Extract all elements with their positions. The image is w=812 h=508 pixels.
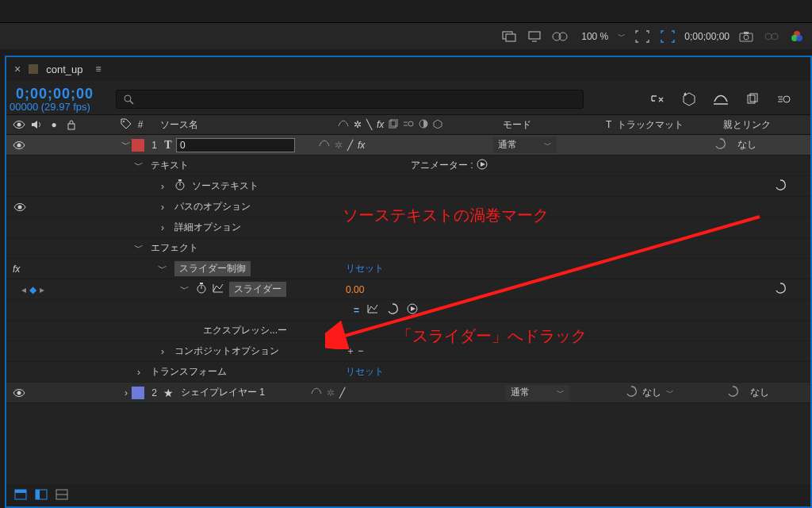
snapshot-icon[interactable] bbox=[737, 28, 755, 45]
keyframe-diamond-icon[interactable]: ◆ bbox=[29, 284, 36, 295]
twirl-transform[interactable]: › bbox=[133, 367, 144, 378]
layer1-label-color[interactable] bbox=[132, 139, 144, 152]
monitor-icon[interactable] bbox=[526, 28, 543, 45]
source-name-column[interactable]: ソース名 bbox=[155, 118, 338, 132]
twirl-srctxt[interactable]: › bbox=[157, 181, 168, 192]
layer2-twirl[interactable]: › bbox=[121, 387, 132, 398]
graph-editor-toggle-icon[interactable] bbox=[213, 283, 224, 295]
expression-pickwhip-icon[interactable] bbox=[386, 302, 399, 318]
motion-blur-icon[interactable] bbox=[776, 90, 793, 108]
twirl-compopt[interactable]: › bbox=[157, 346, 168, 357]
prop-source-text[interactable]: ›ソーステキスト bbox=[6, 176, 810, 197]
stopwatch-srctxt-icon[interactable] bbox=[174, 179, 186, 193]
label-column-icon[interactable] bbox=[121, 118, 132, 132]
toggle-modes-icon[interactable] bbox=[35, 489, 48, 502]
layer2-video-toggle[interactable] bbox=[13, 387, 25, 399]
twirl-fx[interactable]: ﹀ bbox=[133, 241, 144, 255]
toggle-switches-icon[interactable] bbox=[14, 489, 27, 502]
timeline-search-input[interactable] bbox=[116, 90, 584, 109]
layer2-label-color[interactable] bbox=[132, 387, 144, 399]
audio-column-icon[interactable] bbox=[30, 118, 43, 131]
prop-comp-options[interactable]: ›コンポジットオプション ＋ − bbox=[6, 341, 810, 362]
draft3d-icon[interactable] bbox=[680, 90, 698, 108]
expression-lang-menu-icon[interactable] bbox=[407, 303, 418, 317]
layer1-name-input[interactable] bbox=[176, 138, 295, 152]
timeline-footer bbox=[6, 484, 810, 506]
layer1-pickwhip-icon[interactable] bbox=[714, 137, 726, 152]
animator-label: アニメーター : bbox=[411, 159, 473, 172]
panel-menu-icon[interactable]: ≡ bbox=[95, 64, 101, 75]
transparency-grid-icon[interactable] bbox=[659, 28, 676, 45]
slider-value[interactable]: 0.00 bbox=[346, 284, 364, 295]
prop-expression-line[interactable]: エクスプレッシ...ー bbox=[6, 321, 810, 341]
preview-time-value: 0;00;00;00 bbox=[684, 31, 730, 42]
next-keyframe-icon[interactable]: ▸ bbox=[40, 284, 44, 295]
layer2-parent-value[interactable]: なし bbox=[750, 386, 769, 399]
prop-effects[interactable]: ﹀エフェクト bbox=[6, 238, 810, 259]
layer1-mode-dropdown[interactable]: 通常﹀ bbox=[493, 137, 557, 153]
l2-shy[interactable] bbox=[311, 387, 322, 398]
hide-shy-icon[interactable] bbox=[712, 90, 730, 108]
display-settings-icon[interactable] bbox=[500, 28, 518, 45]
twirl-slider[interactable]: ﹀ bbox=[179, 283, 190, 296]
color-mgr-icon[interactable] bbox=[788, 28, 806, 45]
prop-slider[interactable]: ◂ ◆ ▸ ﹀ スライダー 0.00 bbox=[6, 279, 810, 300]
frame-info[interactable]: 00000 (29.97 fps) bbox=[10, 101, 94, 113]
zoom-dropdown[interactable]: 100 % ﹀ bbox=[576, 29, 626, 44]
lock-column-icon[interactable] bbox=[65, 118, 78, 131]
l1-collapse[interactable]: ✲ bbox=[335, 140, 343, 151]
expression-graph-icon[interactable] bbox=[367, 304, 378, 316]
layer1-parent-value[interactable]: なし bbox=[737, 138, 756, 152]
animator-add-icon[interactable] bbox=[477, 159, 488, 172]
toggle-inout-icon[interactable] bbox=[56, 489, 68, 502]
index-column[interactable]: # bbox=[138, 119, 144, 130]
mode-column[interactable]: モード bbox=[503, 118, 606, 132]
comp-flowchart-icon[interactable] bbox=[649, 90, 666, 108]
prop-slider-control[interactable]: fx ﹀スライダー制御 リセット bbox=[6, 259, 810, 279]
comp-tab-label[interactable]: cont_up bbox=[46, 64, 82, 75]
prev-keyframe-icon[interactable]: ◂ bbox=[21, 284, 26, 295]
layer2-name: シェイプレイヤー 1 bbox=[176, 386, 311, 399]
video-column-icon[interactable] bbox=[13, 118, 25, 131]
layer2-trkmat-pickwhip[interactable] bbox=[625, 385, 638, 400]
prop-path-options[interactable]: ›パスのオプション bbox=[6, 197, 810, 217]
twirl-more[interactable]: › bbox=[157, 222, 168, 233]
solo-column-icon[interactable]: ● bbox=[48, 118, 60, 131]
layer-row-1[interactable]: ﹀ 1 T ✲ ╱ fx 通常﹀ なし bbox=[6, 135, 810, 156]
roi-icon[interactable] bbox=[634, 28, 651, 45]
l2-quality[interactable]: ╱ bbox=[339, 387, 345, 398]
show-snapshot-icon[interactable] bbox=[763, 28, 780, 45]
parent-column[interactable]: 親とリンク bbox=[717, 118, 810, 132]
expression-enable-icon[interactable]: = bbox=[354, 305, 359, 316]
slider-pickwhip-icon[interactable] bbox=[774, 286, 787, 297]
layer1-twirl[interactable]: ﹀ bbox=[121, 138, 132, 152]
comp-opts-plusminus[interactable]: ＋ − bbox=[346, 344, 363, 358]
twirl-text[interactable]: ﹀ bbox=[133, 159, 144, 172]
prop-more-options[interactable]: ›詳細オプション bbox=[6, 217, 810, 238]
l2-collapse[interactable]: ✲ bbox=[327, 387, 335, 398]
l1-shy[interactable] bbox=[319, 139, 330, 151]
mask-toggle-icon[interactable] bbox=[551, 28, 569, 45]
current-time[interactable]: 0;00;00;00 bbox=[16, 86, 94, 102]
prop-text[interactable]: ﹀テキスト アニメーター : bbox=[6, 156, 810, 176]
preview-time[interactable]: 0;00;00;00 bbox=[684, 31, 730, 42]
l1-fx[interactable]: fx bbox=[358, 140, 365, 151]
srctxt-pickwhip-icon[interactable] bbox=[774, 183, 787, 194]
path-opts-visible[interactable] bbox=[13, 201, 26, 214]
twirl-pathopt[interactable]: › bbox=[157, 202, 168, 213]
l1-quality[interactable]: ╱ bbox=[347, 140, 353, 151]
layer2-mode-dropdown[interactable]: 通常﹀ bbox=[506, 385, 569, 401]
layer-row-2[interactable]: › 2 ★ シェイプレイヤー 1 ✲ ╱ 通常﹀ なし ﹀ なし bbox=[6, 383, 810, 403]
frame-blend-icon[interactable] bbox=[744, 90, 761, 108]
trkmat-column[interactable]: トラックマット bbox=[617, 119, 684, 130]
prop-transform[interactable]: ›トランスフォーム リセット bbox=[6, 362, 810, 383]
slider-ctrl-reset[interactable]: リセット bbox=[346, 262, 384, 275]
layer2-pickwhip-icon[interactable] bbox=[726, 385, 739, 400]
close-panel-icon[interactable]: × bbox=[14, 63, 21, 75]
stopwatch-slider-icon[interactable] bbox=[196, 283, 207, 296]
layer2-trkmat-value[interactable]: なし bbox=[642, 386, 661, 399]
twirl-slider-ctrl[interactable]: ﹀ bbox=[157, 262, 168, 275]
layer1-index: 1 bbox=[144, 140, 160, 151]
transform-reset[interactable]: リセット bbox=[346, 365, 384, 379]
layer1-video-toggle[interactable] bbox=[13, 139, 25, 152]
